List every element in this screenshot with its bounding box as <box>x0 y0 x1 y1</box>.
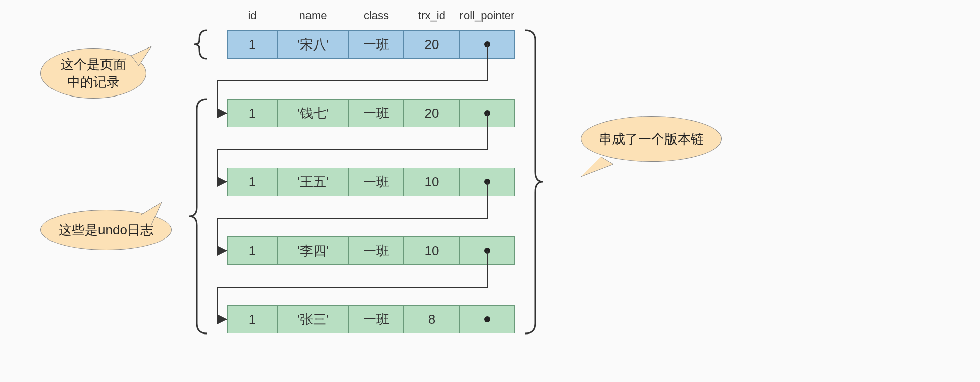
diagram-canvas: { "columns": ["id", "name", "class", "tr… <box>0 0 980 382</box>
cell-class: 一班 <box>348 99 404 127</box>
header-id: id <box>227 9 278 22</box>
header-roll-pointer: roll_pointer <box>459 9 515 22</box>
cell-name: '钱七' <box>278 99 348 127</box>
cell-roll-pointer <box>459 236 515 265</box>
cell-class: 一班 <box>348 236 404 265</box>
cell-roll-pointer <box>459 99 515 127</box>
callout-page-record: 这个是页面 中的记录 <box>40 48 146 99</box>
cell-trx-id: 10 <box>404 236 459 265</box>
cell-roll-pointer <box>459 305 515 333</box>
undo-row: 1 '李四' 一班 10 <box>227 236 515 265</box>
cell-trx-id: 20 <box>404 30 459 59</box>
pointer-dot-icon <box>484 110 490 116</box>
header-class: class <box>348 9 404 22</box>
undo-row: 1 '王五' 一班 10 <box>227 168 515 196</box>
cell-class: 一班 <box>348 30 404 59</box>
undo-row: 1 '钱七' 一班 20 <box>227 99 515 127</box>
callout-version-chain: 串成了一个版本链 <box>581 116 722 162</box>
header-name: name <box>278 9 348 22</box>
cell-id: 1 <box>227 168 278 196</box>
pointer-dot-icon <box>484 179 490 185</box>
cell-name: '张三' <box>278 305 348 333</box>
callout-undo-log: 这些是undo日志 <box>40 210 172 250</box>
column-headers: id name class trx_id roll_pointer <box>227 9 515 22</box>
cell-roll-pointer <box>459 30 515 59</box>
cell-name: '宋八' <box>278 30 348 59</box>
cell-name: '王五' <box>278 168 348 196</box>
cell-id: 1 <box>227 236 278 265</box>
undo-row: 1 '张三' 一班 8 <box>227 305 515 333</box>
header-trx-id: trx_id <box>404 9 459 22</box>
cell-trx-id: 8 <box>404 305 459 333</box>
cell-class: 一班 <box>348 305 404 333</box>
cell-class: 一班 <box>348 168 404 196</box>
cell-name: '李四' <box>278 236 348 265</box>
cell-roll-pointer <box>459 168 515 196</box>
cell-trx-id: 10 <box>404 168 459 196</box>
pointer-dot-icon <box>484 316 490 322</box>
pointer-dot-icon <box>484 248 490 254</box>
pointer-dot-icon <box>484 41 490 47</box>
cell-id: 1 <box>227 99 278 127</box>
cell-trx-id: 20 <box>404 99 459 127</box>
cell-id: 1 <box>227 30 278 59</box>
page-record-row: 1 '宋八' 一班 20 <box>227 30 515 59</box>
cell-id: 1 <box>227 305 278 333</box>
